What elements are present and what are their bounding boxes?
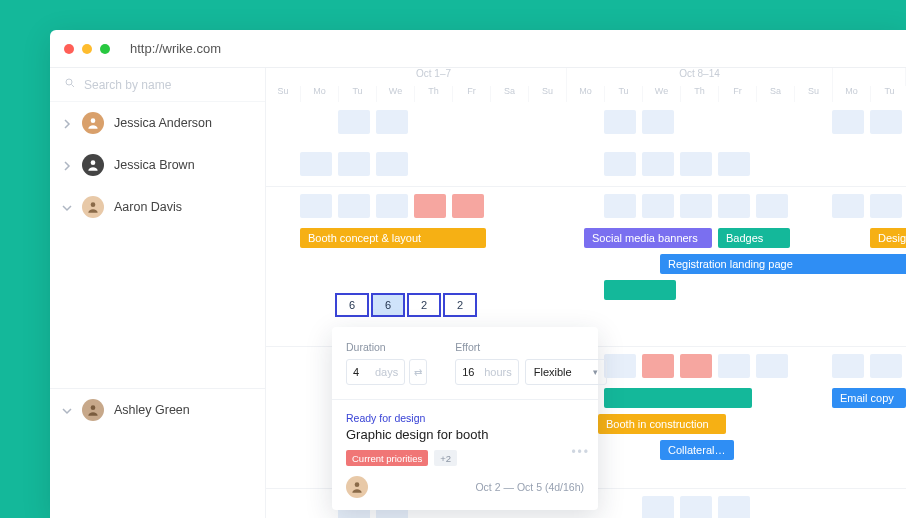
workload-block-overloaded	[414, 194, 446, 218]
duration-input[interactable]: 4 days	[346, 359, 405, 385]
workload-block	[832, 110, 864, 134]
titlebar: http://wrike.com	[50, 30, 906, 68]
day-label: Th	[415, 86, 453, 102]
sidebar-item-aaron-davis[interactable]: Aaron Davis	[50, 186, 265, 228]
svg-point-3	[91, 160, 96, 165]
search-input[interactable]: Search by name	[50, 68, 265, 102]
chevron-down-icon	[62, 202, 72, 212]
person-name: Jessica Brown	[114, 158, 195, 172]
task-bar-segment[interactable]	[604, 388, 752, 408]
day-label: Mo	[301, 86, 339, 102]
workload-block	[718, 194, 750, 218]
effort-allocation-row: 6 6 2 2	[335, 293, 477, 317]
week-label	[833, 68, 906, 86]
day-label: Su	[529, 86, 567, 102]
day-label: We	[643, 86, 681, 102]
week-label: Oct 8–14	[567, 68, 833, 86]
assignee-avatar[interactable]	[346, 476, 368, 498]
chevron-down-icon	[62, 405, 72, 415]
workload-block	[338, 110, 370, 134]
task-bar-booth-concept[interactable]: Booth concept & layout	[300, 228, 486, 248]
workload-block	[832, 194, 864, 218]
app-window: http://wrike.com Search by name Jessica …	[50, 30, 906, 518]
workload-block	[604, 194, 636, 218]
week-label: Oct 1–7	[301, 68, 567, 86]
workload-block	[376, 194, 408, 218]
day-label: Mo	[833, 86, 871, 102]
workload-block	[338, 194, 370, 218]
search-icon	[64, 77, 76, 92]
workload-block	[300, 194, 332, 218]
svg-line-1	[72, 85, 75, 88]
task-bar-collateral[interactable]: Collateral…	[660, 440, 734, 460]
task-status: Ready for design	[346, 412, 584, 424]
person-name: Aaron Davis	[114, 200, 182, 214]
timeline-days-header: Su Mo Tu We Th Fr Sa Su Mo Tu We Th Fr S…	[266, 86, 906, 102]
day-label: Fr	[719, 86, 757, 102]
effort-cell-selected[interactable]: 6	[371, 293, 405, 317]
workload-block	[680, 152, 712, 176]
workload-block-overloaded	[642, 354, 674, 378]
chevron-down-icon: ▾	[593, 367, 598, 377]
sidebar-item-ashley-green[interactable]: Ashley Green	[50, 388, 265, 430]
day-label: Tu	[605, 86, 643, 102]
effort-input[interactable]: 16 hours	[455, 359, 519, 385]
address-bar-url: http://wrike.com	[130, 41, 221, 56]
effort-cell[interactable]: 2	[407, 293, 441, 317]
task-bar-social-banners[interactable]: Social media banners	[584, 228, 712, 248]
timeline-weeks-header: Oct 1–7 Oct 8–14	[266, 68, 906, 86]
sidebar-item-jessica-brown[interactable]: Jessica Brown	[50, 144, 265, 186]
workload-block	[680, 194, 712, 218]
close-icon[interactable]	[64, 44, 74, 54]
task-title: Graphic design for booth	[346, 427, 584, 442]
day-label: Su	[266, 86, 301, 102]
maximize-icon[interactable]	[100, 44, 110, 54]
sidebar-item-jessica-anderson[interactable]: Jessica Anderson	[50, 102, 265, 144]
workload-block	[376, 152, 408, 176]
svg-point-5	[91, 405, 96, 410]
workload-block	[604, 354, 636, 378]
avatar	[82, 112, 104, 134]
duration-label: Duration	[346, 341, 427, 353]
workload-block	[680, 496, 712, 518]
workload-block	[756, 354, 788, 378]
day-label: Sa	[491, 86, 529, 102]
task-bar-segment[interactable]	[604, 280, 676, 300]
task-bar-badges[interactable]: Badges	[718, 228, 790, 248]
task-bar-design[interactable]: Design	[870, 228, 906, 248]
workload-block	[718, 354, 750, 378]
avatar	[82, 196, 104, 218]
workload-block	[718, 496, 750, 518]
workload-block	[832, 354, 864, 378]
task-bar-booth-construction[interactable]: Booth in construction	[598, 414, 726, 434]
workload-block	[756, 194, 788, 218]
day-label: Su	[795, 86, 833, 102]
task-bar-registration[interactable]: Registration landing page	[660, 254, 906, 274]
workload-block	[300, 152, 332, 176]
day-label: Sa	[757, 86, 795, 102]
task-bar-email-copy[interactable]: Email copy	[832, 388, 906, 408]
person-name: Ashley Green	[114, 403, 190, 417]
workload-block	[338, 152, 370, 176]
workload-block	[870, 110, 902, 134]
chevron-right-icon	[62, 118, 72, 128]
timeline: Oct 1–7 Oct 8–14 Su Mo Tu We Th Fr Sa Su…	[266, 68, 906, 518]
avatar	[82, 399, 104, 421]
minimize-icon[interactable]	[82, 44, 92, 54]
workload-block	[870, 194, 902, 218]
link-icon[interactable]: ⇄	[409, 359, 427, 385]
avatar	[82, 154, 104, 176]
effort-cell[interactable]: 2	[443, 293, 477, 317]
task-tag-priority[interactable]: Current priorities	[346, 450, 428, 466]
day-label: Th	[681, 86, 719, 102]
svg-point-7	[355, 482, 360, 487]
effort-mode-select[interactable]: Flexible ▾	[525, 359, 607, 385]
workload-block-overloaded	[452, 194, 484, 218]
effort-cell[interactable]: 6	[335, 293, 369, 317]
task-tag-more[interactable]: +2	[434, 450, 457, 466]
sidebar: Search by name Jessica Anderson Jessica …	[50, 68, 266, 518]
search-placeholder: Search by name	[84, 78, 171, 92]
day-label: Fr	[453, 86, 491, 102]
workload-block	[642, 110, 674, 134]
more-icon[interactable]: •••	[571, 445, 590, 459]
